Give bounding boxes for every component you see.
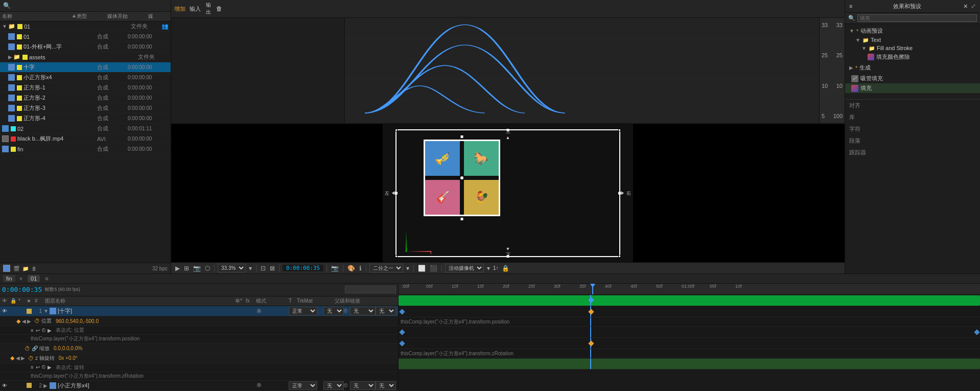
layer-solo-btn-2[interactable]: 单 [254, 382, 264, 389]
position-next-kf[interactable]: ▶ [27, 318, 31, 324]
rot-expression-text[interactable]: thisComp.layer("小正方形x4").transform.zRota… [31, 373, 144, 380]
project-item-sq2[interactable]: 正方形-2 合成 0:00:00:00 [0, 93, 171, 103]
layer-mode-1[interactable]: 正常 [289, 307, 317, 315]
position-prev-kf[interactable]: ◀ [22, 318, 26, 324]
viewer-icon-cam[interactable]: 📷 [331, 265, 339, 272]
expr-link-icon[interactable]: © [42, 328, 45, 333]
kf-rot-start[interactable] [399, 340, 405, 346]
effects-item-fill-stroke[interactable]: ▼ 📁 Fill and Stroke [845, 44, 980, 52]
expr-play-icon[interactable]: ▶ [48, 328, 52, 333]
layer-row-1[interactable]: 👁 1 ▼ [十字] 单 正常 无 © 无 无 [0, 306, 398, 316]
category-tracker[interactable]: 跟踪器 [845, 147, 980, 158]
handle-br[interactable] [618, 255, 621, 258]
effects-search-input[interactable] [857, 14, 977, 22]
effects-item-text[interactable]: ▼ 📁 Text [845, 36, 980, 44]
graph-input-btn[interactable]: 输入 [190, 5, 201, 13]
layer-parent-1[interactable]: 无 [350, 307, 376, 315]
project-item-01-comp[interactable]: 01 合成 0:00:00:00 [0, 32, 171, 42]
rotation-prev-kf[interactable]: ◀ [16, 355, 20, 361]
timeline-close-tab[interactable]: × [19, 275, 22, 282]
project-item-sq4[interactable]: 正方形-4 合成 0:00:00:00 [0, 113, 171, 124]
rot-expr-menu[interactable]: ≡ [31, 364, 34, 370]
layer-mode-2[interactable]: 正常 [289, 381, 317, 390]
viewer-icon-3d-2[interactable]: ⬛ [430, 265, 437, 272]
rot-expr-arrow[interactable]: ↩ [36, 364, 40, 370]
sq-handle-bottom[interactable] [461, 218, 463, 220]
project-item-02[interactable]: 02 合成 0:00:01:11 [0, 124, 171, 134]
layer-solo-btn-1[interactable]: 单 [254, 308, 264, 315]
track-row-1[interactable] [399, 295, 980, 306]
handle-left[interactable] [395, 192, 398, 195]
viewer-icon-camera[interactable]: 📷 [193, 265, 201, 272]
layer-eye-1[interactable]: 👁 [2, 308, 8, 314]
project-item-assets[interactable]: ▶ 📁 assets 文件夹 [0, 52, 171, 62]
stopwatch-icon-scale[interactable]: ⏱ [25, 346, 30, 352]
timeline-tab-fin[interactable]: fin [3, 275, 15, 282]
animation-presets-header[interactable]: ▼ * 动画预设 [845, 26, 980, 36]
effects-item-suction[interactable]: 🖊 吸管填充 [845, 74, 980, 83]
viewer-icon-play[interactable]: ▶ [175, 265, 180, 272]
position-kf-icon[interactable]: ◆ [16, 318, 20, 325]
camera-arrow[interactable]: ▾ [487, 265, 490, 272]
graph-delete-btn[interactable]: 🗑 [216, 5, 222, 12]
layer-eye-2[interactable]: 👁 [2, 383, 8, 388]
rot-expr-play[interactable]: ▶ [48, 364, 52, 370]
layer-search-input[interactable] [345, 286, 396, 293]
stopwatch-icon-pos[interactable]: ⏱ [34, 318, 40, 324]
stopwatch-icon-rot[interactable]: ⏱ [28, 355, 34, 361]
viewer-icon-info[interactable]: ℹ [359, 265, 362, 272]
graph-add-btn[interactable]: 增加 [174, 5, 185, 13]
view-mode-select[interactable]: 二分之一 完整 [369, 264, 403, 272]
timeline-tab-01[interactable]: 01 [28, 275, 40, 282]
scale-link-icon[interactable]: 🔗 [32, 346, 38, 351]
kf-rot-main[interactable] [588, 340, 594, 346]
category-char[interactable]: 字符 [845, 123, 980, 135]
project-item-fin[interactable]: fin 合成 0:00:00:00 [0, 144, 171, 154]
expr-arrow-icon[interactable]: ↩ [36, 328, 40, 333]
resize-icon[interactable]: ⤢ [971, 3, 976, 10]
timeline-menu-btn[interactable]: ≡ [45, 275, 48, 282]
category-align[interactable]: 对齐 [845, 100, 980, 111]
viewer-dropdown-arrow[interactable]: ▾ [249, 265, 252, 272]
kf-scale-start[interactable] [399, 329, 405, 335]
pos-expression-text[interactable]: thisComp.layer("小正方形x4").transform.posit… [31, 335, 139, 342]
layer-expand-1[interactable]: ▼ [43, 308, 50, 314]
handle-tr[interactable] [618, 129, 621, 131]
layer-trkmat-1[interactable]: 无 [323, 307, 344, 315]
viewer-icon-pixel[interactable]: ⊠ [270, 265, 275, 272]
viewer-icon-square[interactable]: ⬜ [418, 265, 426, 272]
camera-select[interactable]: 活动摄像机 [445, 264, 484, 272]
project-item-sq1[interactable]: 正方形-1 合成 0:00:00:00 [0, 83, 171, 93]
layer-parent-link-1[interactable]: 无 [376, 307, 396, 315]
viewer-icon-color[interactable]: 🎨 [347, 265, 355, 272]
track-row-2[interactable] [399, 358, 980, 370]
project-item-cross[interactable]: 十字 合成 0:00:00:00 [0, 62, 171, 73]
generate-header[interactable]: ▶ * 生成 [845, 63, 980, 73]
category-para[interactable]: 段落 [845, 135, 980, 147]
sq-handle-top[interactable] [461, 135, 463, 138]
effects-item-fill-color[interactable]: 填充颜色擦除 [845, 52, 980, 62]
project-item-blackb[interactable]: black b...枫辞.mp4 AVI 0:00:00:00 [0, 134, 171, 144]
project-item-01-ext[interactable]: 01-外框+网...字 合成 0:00:00:00 [0, 42, 171, 52]
viewer-icon-3d[interactable]: ⬡ [205, 265, 210, 272]
rot-expr-link[interactable]: © [42, 364, 45, 370]
kf-scale-end[interactable] [974, 329, 979, 335]
layer-parent-link-2[interactable]: 无 [376, 381, 396, 390]
handle-tl[interactable] [395, 129, 398, 131]
layer-expand-2[interactable]: ▶ [43, 383, 50, 388]
layer-row-2[interactable]: 👁 2 ▶ [小正方形x4] 单 正常 无 © 无 无 [0, 381, 398, 391]
viewer-timecode[interactable] [283, 265, 323, 271]
graph-canvas[interactable]: 33 33 25 25 10 10 5 100 [345, 18, 845, 123]
comp-viewer-canvas-area[interactable]: 🎺 🐎 🎸 🐓 [171, 124, 845, 262]
kf-pos-start[interactable] [399, 309, 405, 314]
handle-bl[interactable] [395, 255, 398, 258]
layer-trkmat-2[interactable]: 无 [323, 381, 344, 390]
project-item-01-folder[interactable]: ▼ 📁 01 文件夹 👥 [0, 21, 171, 32]
rotation-next-kf[interactable]: ▶ [21, 355, 25, 361]
viewer-icon-lock[interactable]: 🔒 [502, 265, 509, 272]
project-item-sq3[interactable]: 正方形-3 合成 0:00:00:00 [0, 103, 171, 113]
layer-parent-2[interactable]: 无 [350, 381, 376, 390]
expr-menu-icon[interactable]: ≡ [31, 328, 34, 333]
category-library[interactable]: 库 [845, 111, 980, 123]
project-item-small-sq[interactable]: 小正方形x4 合成 0:00:00:00 [0, 73, 171, 83]
